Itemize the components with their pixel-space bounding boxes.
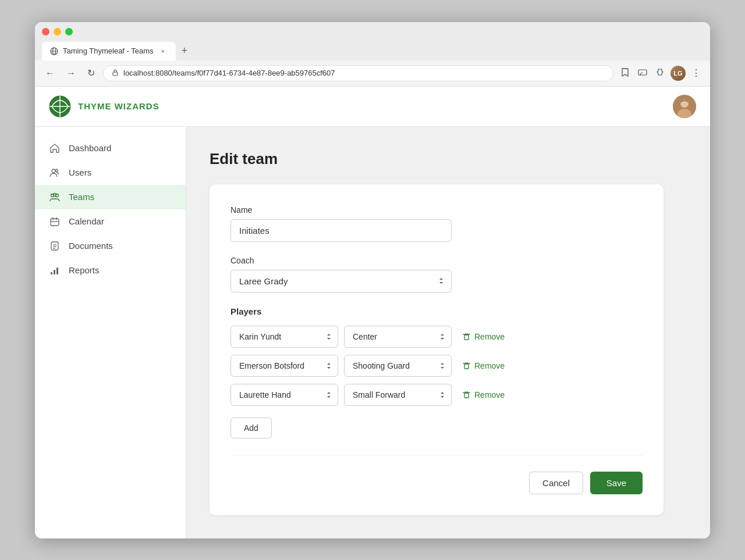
traffic-light-green[interactable]	[65, 28, 73, 35]
player-position-select-3[interactable]: Small Forward	[344, 384, 452, 406]
page-title: Edit team	[210, 150, 687, 168]
svg-rect-17	[51, 219, 59, 226]
name-input[interactable]	[230, 219, 452, 242]
player-row: Karin Yundt Center	[230, 326, 643, 348]
documents-icon	[49, 240, 61, 252]
svg-rect-28	[464, 335, 469, 340]
sidebar-item-calendar[interactable]: Calendar	[35, 209, 186, 234]
sidebar-label-documents: Documents	[69, 241, 113, 251]
sidebar-nav: Dashboard Users	[35, 127, 186, 538]
browser-user-avatar[interactable]: LG	[670, 66, 686, 81]
sidebar: Dashboard Users	[35, 127, 186, 538]
user-avatar-icon	[673, 95, 696, 118]
sidebar-item-reports[interactable]: Reports	[35, 258, 186, 283]
main-content: Edit team Name Coach Laree Grady	[186, 127, 710, 538]
sidebar-item-dashboard[interactable]: Dashboard	[35, 136, 186, 160]
player-name-select-1[interactable]: Karin Yundt	[230, 326, 338, 348]
reports-icon	[49, 265, 61, 276]
traffic-light-red[interactable]	[42, 28, 49, 35]
calendar-icon	[49, 216, 61, 227]
sidebar-label-teams: Teams	[69, 192, 94, 202]
logo-icon	[49, 95, 71, 117]
tab-title: Taming Thymeleaf - Teams	[63, 47, 154, 55]
tab-favicon-icon	[50, 47, 58, 55]
app-body: Dashboard Users	[35, 127, 710, 538]
coach-field-group: Coach Laree Grady	[230, 256, 643, 293]
new-tab-button[interactable]: +	[176, 41, 194, 60]
add-player-button[interactable]: Add	[230, 418, 272, 438]
users-icon	[49, 167, 61, 179]
form-divider	[230, 455, 643, 455]
name-label: Name	[230, 205, 643, 215]
sidebar-label-users: Users	[69, 167, 91, 177]
svg-rect-21	[51, 242, 58, 250]
svg-point-12	[52, 169, 55, 173]
sidebar-label-reports: Reports	[69, 265, 100, 275]
save-button[interactable]: Save	[590, 472, 643, 494]
logo-text: THYME WIZARDS	[78, 101, 159, 111]
svg-rect-27	[56, 267, 58, 274]
form-card: Name Coach Laree Grady Players	[210, 184, 664, 515]
sidebar-item-teams[interactable]: Teams	[35, 185, 186, 209]
svg-point-13	[56, 169, 58, 172]
app-header: THYME WIZARDS	[35, 87, 710, 127]
player-row: Emerson Botsford Shooting Guard	[230, 355, 643, 377]
cancel-button[interactable]: Cancel	[529, 472, 583, 494]
remove-label-1: Remove	[474, 332, 505, 341]
svg-rect-26	[54, 270, 55, 274]
player-position-select-1[interactable]: Center	[344, 326, 452, 348]
remove-player-button-2[interactable]: Remove	[457, 359, 509, 373]
lock-icon	[112, 69, 119, 78]
players-list: Karin Yundt Center	[230, 326, 643, 406]
remove-label-2: Remove	[474, 361, 505, 370]
bookmark-button[interactable]	[618, 65, 632, 81]
logo-area: THYME WIZARDS	[49, 95, 159, 117]
browser-tab[interactable]: Taming Thymeleaf - Teams ×	[42, 42, 176, 60]
coach-select[interactable]: Laree Grady	[230, 270, 452, 293]
user-avatar[interactable]	[673, 95, 696, 118]
reload-button[interactable]: ↻	[84, 66, 98, 80]
remove-player-button-3[interactable]: Remove	[457, 388, 509, 402]
sidebar-label-calendar: Calendar	[69, 216, 104, 226]
cast-button[interactable]	[636, 65, 650, 81]
trash-icon	[462, 361, 471, 370]
traffic-light-yellow[interactable]	[54, 28, 61, 35]
trash-icon	[462, 390, 471, 399]
url-text: localhost:8080/teams/f0f77d41-6734-4e87-…	[123, 69, 335, 77]
name-field-group: Name	[230, 205, 643, 242]
tab-close-button[interactable]: ×	[158, 47, 168, 56]
back-button[interactable]: ←	[42, 67, 58, 80]
coach-label: Coach	[230, 256, 643, 265]
svg-rect-36	[464, 393, 469, 398]
forward-button[interactable]: →	[63, 67, 79, 80]
svg-rect-3	[113, 72, 118, 76]
address-bar[interactable]: localhost:8080/teams/f0f77d41-6734-4e87-…	[103, 65, 613, 81]
svg-rect-32	[464, 364, 469, 369]
player-name-select-3[interactable]: Laurette Hand	[230, 384, 338, 406]
remove-label-3: Remove	[474, 390, 505, 400]
home-icon	[49, 142, 61, 154]
more-menu-button[interactable]: ⋮	[689, 65, 703, 81]
trash-icon	[462, 332, 471, 341]
remove-player-button-1[interactable]: Remove	[457, 330, 509, 344]
player-name-select-2[interactable]: Emerson Botsford	[230, 355, 338, 377]
player-position-select-2[interactable]: Shooting Guard	[344, 355, 452, 377]
sidebar-label-dashboard: Dashboard	[69, 143, 111, 153]
svg-rect-25	[51, 272, 52, 274]
players-label: Players	[230, 306, 643, 316]
player-row: Laurette Hand Small Forward	[230, 384, 643, 406]
extensions-button[interactable]	[653, 65, 667, 81]
form-actions: Cancel Save	[230, 472, 643, 494]
team-icon	[49, 191, 61, 203]
sidebar-item-users[interactable]: Users	[35, 160, 186, 185]
sidebar-item-documents[interactable]: Documents	[35, 234, 186, 258]
players-group: Players Karin Yundt Center	[230, 306, 643, 438]
